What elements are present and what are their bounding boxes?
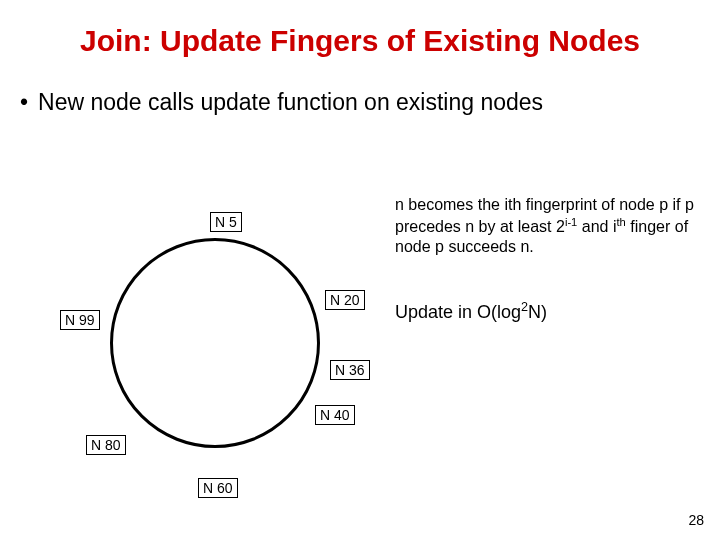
- node-n20: N 20: [325, 290, 365, 310]
- slide-title: Join: Update Fingers of Existing Nodes: [0, 0, 720, 59]
- bullet-line: • New node calls update function on exis…: [20, 89, 720, 116]
- ring-circle: [110, 238, 320, 448]
- node-n5: N 5: [210, 212, 242, 232]
- node-n60: N 60: [198, 478, 238, 498]
- slide: Join: Update Fingers of Existing Nodes •…: [0, 0, 720, 540]
- rule-text: n becomes the ith fingerprint of node p …: [395, 195, 695, 257]
- node-n99: N 99: [60, 310, 100, 330]
- page-number: 28: [688, 512, 704, 528]
- chord-ring-diagram: N 5 N 20 N 36 N 40 N 60 N 80 N 99: [60, 210, 340, 490]
- complexity-text: Update in O(log2N): [395, 300, 547, 323]
- node-n40: N 40: [315, 405, 355, 425]
- bullet-dot: •: [20, 89, 28, 116]
- node-n80: N 80: [86, 435, 126, 455]
- bullet-text: New node calls update function on existi…: [38, 89, 543, 116]
- node-n36: N 36: [330, 360, 370, 380]
